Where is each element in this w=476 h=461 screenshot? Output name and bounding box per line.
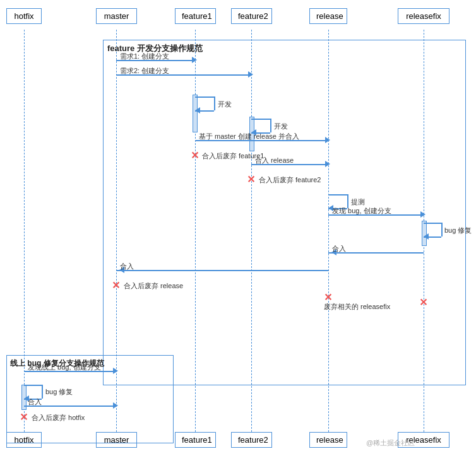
- label-dev2: 开发: [274, 122, 288, 131]
- arrow-hotfix-create-head: [113, 368, 121, 374]
- self-hotfix-top: [24, 385, 42, 386]
- self-bugfix-right: [441, 223, 443, 236]
- sequence-diagram: { "title": "Git分支操作规范时序图", "lifelines": …: [0, 0, 476, 461]
- lifeline-release-top: release: [309, 8, 347, 24]
- lifeline-feature1-bottom: feature1: [175, 432, 216, 448]
- lifeline-release-bottom: release: [309, 432, 347, 448]
- x-feature2: ✕: [247, 173, 255, 185]
- arrow-merge-to-master: [116, 270, 328, 271]
- label-hotfix-merge: 合入: [28, 397, 42, 407]
- self-bugfix-top: [424, 223, 441, 224]
- label-test: 提测: [351, 197, 365, 207]
- self-bugfix-head: [420, 233, 429, 240]
- label-req1: 需求1: 创建分支: [120, 52, 169, 61]
- x-releasefix2: ✕: [419, 296, 427, 308]
- label-dev1: 开发: [218, 100, 232, 109]
- activation-feature1: [193, 95, 198, 132]
- arrow-merge-release-head: [325, 161, 333, 167]
- lifeline-feature1-top: feature1: [175, 8, 216, 24]
- label-create-release: 基于 master 创建 release 并合入: [199, 132, 299, 141]
- label-discard-releasefix: 废弃相关的 releasefix: [324, 302, 390, 312]
- x-feature1: ✕: [191, 149, 199, 161]
- label-discard-release: 合入后废弃 release: [124, 281, 183, 291]
- self-dev1-right: [214, 96, 215, 110]
- label-discard-feature2: 合入后废弃 feature2: [259, 175, 321, 185]
- feature-box: [103, 40, 466, 385]
- label-merge-release: 合入 release: [255, 156, 294, 165]
- x-hotfix: ✕: [20, 411, 28, 423]
- arrow-create-releasefix-head: [420, 211, 429, 218]
- watermark: @稀土掘金社区: [366, 438, 415, 448]
- arrow-req1-head: [192, 57, 200, 63]
- self-hotfix-right: [42, 385, 43, 399]
- label-bugfix: bug 修复: [444, 226, 472, 235]
- lifeline-feature2-bottom: feature2: [231, 432, 272, 448]
- label-merge-to-master: 合入: [120, 262, 134, 271]
- label-discard-hotfix: 合入后废弃 hotfix: [32, 413, 85, 423]
- label-create-releasefix: 发现 bug, 创建分支: [332, 206, 391, 216]
- lifeline-master-top: master: [96, 8, 137, 24]
- label-merge-releasefix: 合入: [332, 244, 346, 254]
- x-release: ✕: [112, 279, 120, 291]
- self-dev1-top: [195, 96, 214, 98]
- self-test-top: [328, 194, 347, 195]
- label-req2: 需求2: 创建分支: [120, 66, 169, 76]
- arrow-hotfix-merge-head: [113, 402, 121, 409]
- self-dev2-top: [251, 119, 270, 120]
- lifeline-hotfix-top: hotfix: [6, 8, 42, 24]
- self-dev1-head: [192, 107, 200, 114]
- lifeline-feature2-top: feature2: [231, 8, 272, 24]
- arrow-req2-head: [248, 71, 256, 78]
- arrow-create-release-head: [325, 137, 333, 143]
- lifeline-releasefix-top: releasefix: [398, 8, 449, 24]
- self-dev2-right: [270, 119, 271, 132]
- label-hotfix-create: 发现线上 bug, 创建分支: [28, 363, 101, 372]
- label-hotfix-bugfix: bug 修复: [45, 387, 73, 397]
